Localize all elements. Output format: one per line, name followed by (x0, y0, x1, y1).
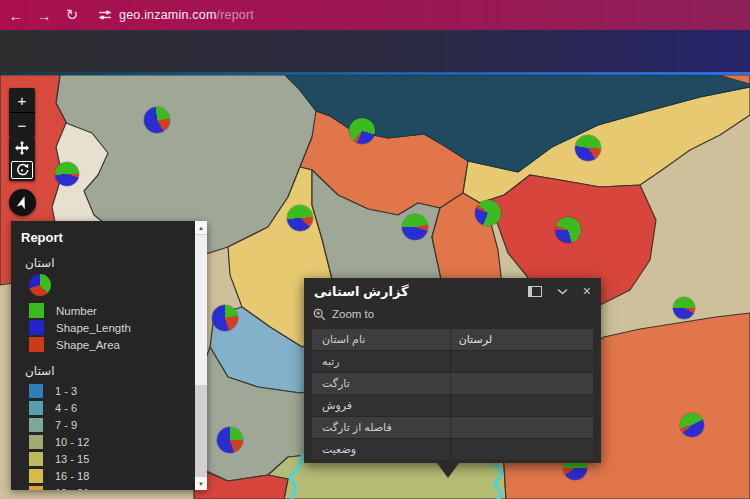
rotate-tool-button[interactable] (9, 159, 35, 181)
class-range-label: 13 - 15 (55, 453, 89, 465)
popup-title: گزارش استانی (314, 284, 528, 299)
province-pie-chart[interactable] (287, 205, 313, 231)
class-range-label: 7 - 9 (55, 419, 77, 431)
pan-tool-button[interactable] (9, 137, 35, 159)
legend-scrollbar[interactable]: ▲ ▼ (195, 221, 207, 490)
legend-class-row: 19 - 21 (29, 484, 195, 490)
attribute-row[interactable]: تارگت (312, 373, 593, 395)
attribute-row[interactable]: نام استانلرستان (312, 329, 593, 351)
class-swatch (29, 401, 43, 415)
province-pie-chart[interactable] (575, 135, 601, 161)
class-swatch (29, 486, 43, 491)
dock-icon[interactable] (528, 286, 542, 297)
url-host: geo.inzamin.com (119, 8, 217, 22)
zoom-widget: + − (9, 88, 35, 137)
pointer-arrow-icon (15, 195, 30, 210)
class-swatch (29, 435, 43, 449)
legend-pie-icon (29, 274, 51, 296)
rotate-icon (15, 163, 29, 177)
class-range-label: 19 - 21 (55, 487, 89, 491)
legend-item-label: Number (56, 305, 97, 317)
zoom-to-label: Zoom to (332, 308, 374, 320)
popup-callout-tail (437, 463, 459, 478)
legend-item: Number (29, 302, 195, 319)
province-pie-chart[interactable] (55, 162, 79, 186)
browser-back-button[interactable]: ← (4, 3, 28, 27)
site-settings-icon[interactable] (98, 8, 112, 22)
legend-class-row: 13 - 15 (29, 450, 195, 467)
attribute-row[interactable]: فاصله از تارگت (312, 417, 593, 439)
attribute-value (450, 373, 593, 394)
scroll-up-button[interactable]: ▲ (195, 221, 207, 234)
legend-swatch (29, 303, 44, 318)
attribute-label: وضعیت (312, 443, 450, 456)
class-swatch (29, 384, 43, 398)
zoom-out-button[interactable]: − (9, 112, 35, 137)
attribute-value (450, 439, 593, 460)
attribute-row[interactable]: فروش (312, 395, 593, 417)
legend-class-row: 7 - 9 (29, 416, 195, 433)
class-range-label: 16 - 18 (55, 470, 89, 482)
legend-class-row: 4 - 6 (29, 399, 195, 416)
attribute-label: رتبه (312, 355, 450, 368)
legend-body: Report استان NumberShape_LengthShape_Are… (11, 221, 195, 490)
navigation-widget (9, 137, 35, 181)
province-pie-chart[interactable] (673, 297, 695, 319)
legend-item-label: Shape_Length (56, 322, 131, 334)
class-swatch (29, 418, 43, 432)
zoom-to-button[interactable]: Zoom to (313, 304, 601, 324)
legend-swatch (29, 337, 44, 352)
attribute-row[interactable]: رتبه (312, 351, 593, 373)
legend-class-row: 1 - 3 (29, 382, 195, 399)
province-pie-chart[interactable] (217, 427, 243, 453)
legend-item: Shape_Area (29, 336, 195, 353)
legend-class-row: 16 - 18 (29, 467, 195, 484)
app-screen: ← → ↻ geo.inzamin.com/report (0, 0, 750, 499)
scrollbar-thumb[interactable] (195, 235, 207, 385)
legend-swatch (29, 320, 44, 335)
attribute-label: نام استان (312, 333, 450, 346)
browser-bar: ← → ↻ geo.inzamin.com/report (0, 0, 750, 30)
province-pie-chart[interactable] (402, 214, 428, 240)
compass-button[interactable] (9, 189, 36, 216)
province-pie-chart[interactable] (144, 107, 170, 133)
province-pie-chart[interactable] (349, 118, 375, 144)
class-range-label: 1 - 3 (55, 385, 77, 397)
province-pie-chart[interactable] (555, 217, 581, 243)
scroll-down-button[interactable]: ▼ (195, 477, 207, 490)
browser-forward-button[interactable]: → (32, 3, 56, 27)
attribute-value (450, 351, 593, 372)
address-bar[interactable]: geo.inzamin.com/report (98, 8, 254, 22)
browser-reload-button[interactable]: ↻ (60, 3, 84, 27)
feature-popup: گزارش استانی × Zoom to نام اس (304, 278, 601, 463)
popup-header-icons: × (528, 284, 591, 298)
province-pie-chart[interactable] (212, 305, 238, 331)
url-text[interactable]: geo.inzamin.com/report (119, 8, 254, 22)
class-range-label: 10 - 12 (55, 436, 89, 448)
attribute-row[interactable]: وضعیت (312, 439, 593, 461)
class-swatch (29, 452, 43, 466)
attribute-label: تارگت (312, 377, 450, 390)
app-header (0, 30, 750, 72)
close-icon[interactable]: × (583, 284, 591, 298)
province-pie-chart[interactable] (680, 413, 704, 437)
legend-item: Shape_Length (29, 319, 195, 336)
header-accent-line (0, 72, 750, 75)
zoom-in-button[interactable]: + (9, 88, 35, 112)
legend-panel: Report استان NumberShape_LengthShape_Are… (11, 221, 207, 490)
legend-classes: 1 - 34 - 67 - 910 - 1213 - 1516 - 1819 -… (21, 382, 195, 490)
legend-title: Report (21, 230, 195, 245)
province-pie-chart[interactable] (475, 200, 501, 226)
attribute-value (450, 395, 593, 416)
legend-layer1-name: استان (25, 256, 195, 270)
attribute-table: نام استانلرستانرتبهتارگتفروشفاصله از تار… (312, 329, 593, 461)
map-view[interactable]: + − Report (0, 75, 750, 499)
class-range-label: 4 - 6 (55, 402, 77, 414)
class-swatch (29, 469, 43, 483)
attribute-label: فروش (312, 399, 450, 412)
attribute-value (450, 417, 593, 438)
collapse-chevron-icon[interactable] (557, 288, 568, 295)
legend-items: NumberShape_LengthShape_Area (21, 302, 195, 353)
pan-icon (15, 141, 29, 155)
popup-header: گزارش استانی × (304, 278, 601, 304)
